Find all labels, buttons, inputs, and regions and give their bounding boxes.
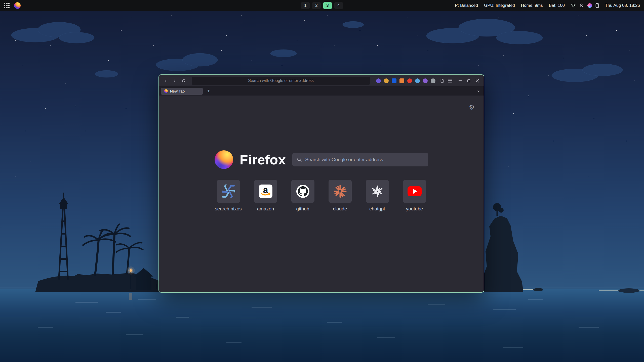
github-icon (296, 184, 310, 198)
desktop: 1 2 3 4 P: Balanced GPU: Integrated Home… (0, 0, 644, 362)
firefox-favicon-icon (164, 89, 168, 93)
nixos-icon (222, 185, 235, 198)
shortcut-amazon[interactable]: a amazon (254, 180, 278, 212)
newtab-page: ⚙ Firefox (159, 96, 484, 292)
extension-icon-7[interactable] (423, 78, 428, 83)
firefox-launcher-icon[interactable] (14, 2, 21, 9)
window-controls (458, 79, 479, 83)
extension-icon-5[interactable] (407, 78, 412, 83)
shield-icon[interactable] (579, 3, 584, 8)
workspace-3-active[interactable]: 3 (323, 2, 332, 9)
youtube-icon (408, 186, 422, 196)
shortcut-chatgpt[interactable]: chatgpt (365, 180, 389, 212)
cliff-silhouette (482, 203, 639, 293)
browser-toolbar (159, 75, 484, 86)
firefox-wordmark: Firefox (240, 152, 286, 167)
latency-status: Home: 9ms (521, 3, 543, 8)
url-bar[interactable] (192, 77, 370, 85)
tab-new-tab[interactable]: New Tab (161, 88, 203, 95)
workspace-2[interactable]: 2 (312, 2, 321, 9)
chatgpt-icon (371, 185, 384, 198)
amazon-icon: a (259, 185, 272, 198)
workspace-1[interactable]: 1 (301, 2, 310, 9)
new-tab-button[interactable]: + (205, 88, 212, 95)
gpu-status: GPU: Integrated (484, 3, 515, 8)
search-icon (297, 157, 302, 162)
clock[interactable]: Thu Aug 08, 18:26 (605, 3, 640, 8)
newtab-search-bar[interactable] (292, 153, 428, 166)
back-button[interactable] (162, 77, 170, 85)
device-battery-icon[interactable] (595, 3, 599, 8)
extension-icon-8[interactable] (431, 78, 435, 83)
claude-icon (333, 185, 347, 198)
shortcut-github[interactable]: github (291, 180, 315, 212)
firefox-window: New Tab + ⚙ Firefox (158, 74, 484, 293)
color-profile-icon[interactable] (587, 3, 592, 8)
battery-status: Bat: 100 (549, 3, 565, 8)
newtab-search-input[interactable] (305, 157, 424, 162)
forward-button[interactable] (171, 77, 179, 85)
extension-toolbar (376, 78, 435, 83)
extension-icon-4[interactable] (399, 78, 404, 83)
extension-icon-3[interactable] (392, 78, 396, 83)
island-silhouette (35, 193, 168, 292)
page-actions-icon[interactable] (438, 77, 446, 84)
tab-title: New Tab (170, 89, 185, 93)
shortcut-claude[interactable]: claude (328, 180, 352, 212)
workspace-4[interactable]: 4 (334, 2, 343, 9)
shortcut-tiles: search.nixos a amazon (159, 180, 484, 212)
newtab-hero: Firefox (159, 150, 484, 169)
maximize-button[interactable] (467, 79, 471, 83)
clouds (11, 19, 623, 82)
reload-button[interactable] (180, 77, 188, 85)
shortcut-search-nixos[interactable]: search.nixos (216, 180, 240, 212)
list-all-tabs-icon[interactable] (475, 88, 482, 95)
tab-strip: New Tab + (159, 86, 484, 96)
url-input[interactable] (195, 78, 367, 83)
close-button[interactable] (475, 79, 479, 83)
extension-icon-6[interactable] (415, 78, 420, 83)
app-launcher-icon[interactable] (4, 3, 10, 8)
menu-hamburger-icon[interactable] (447, 77, 454, 84)
extension-icon-1[interactable] (376, 78, 381, 83)
top-status-bar: 1 2 3 4 P: Balanced GPU: Integrated Home… (0, 0, 644, 11)
power-profile-status: P: Balanced (455, 3, 478, 8)
wifi-icon[interactable] (571, 3, 576, 8)
firefox-logo-icon (215, 150, 233, 169)
extension-icon-2[interactable] (384, 78, 389, 83)
shortcut-youtube[interactable]: youtube (403, 180, 427, 212)
minimize-button[interactable] (458, 79, 462, 83)
personalize-gear-icon[interactable]: ⚙ (469, 104, 475, 111)
workspace-switcher: 1 2 3 4 (301, 0, 343, 11)
